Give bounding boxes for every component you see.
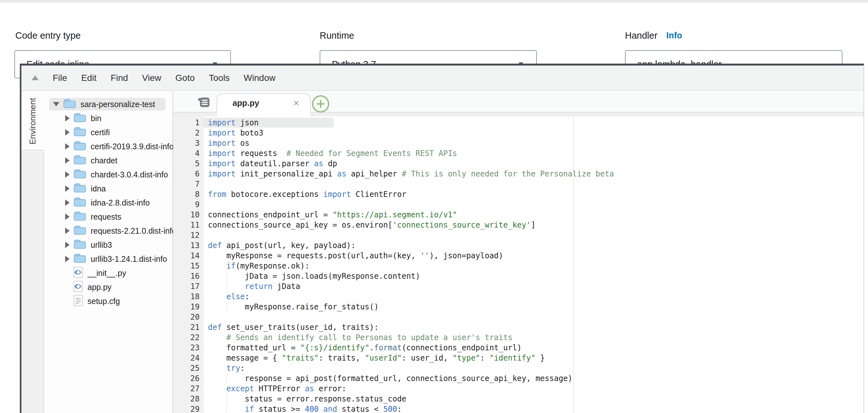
code-line-22: # Sends an identify call to Personas to … xyxy=(208,332,513,343)
menu-tools[interactable]: Tools xyxy=(209,73,229,83)
indent-guide xyxy=(226,404,227,413)
tree-folder-certifi-2019.3.9.dist-info[interactable]: certifi-2019.3.9.dist-info xyxy=(44,139,173,153)
tree-folder-urllib3-1.24.1.dist-info[interactable]: urllib3-1.24.1.dist-info xyxy=(44,252,173,266)
close-tab-icon[interactable]: × xyxy=(293,98,299,108)
line-number: 20 xyxy=(177,312,199,322)
code-line-2: import boto3 xyxy=(208,128,263,138)
line-number: 2 xyxy=(177,128,199,138)
menu-items: FileEditFindViewGotoToolsWindow xyxy=(39,73,276,83)
tree-folder-idna-2.8.dist-info[interactable]: idna-2.8.dist-info xyxy=(44,196,173,210)
tree-folder-urllib3[interactable]: urllib3 xyxy=(44,238,173,252)
editor-menu-bar: FileEditFindViewGotoToolsWindow xyxy=(21,65,864,91)
tree-file-app.py[interactable]: app.py xyxy=(44,280,173,294)
tree-folder-certifi[interactable]: certifi xyxy=(44,125,173,139)
menu-view[interactable]: View xyxy=(142,73,161,83)
chevron-collapsed-icon[interactable] xyxy=(65,256,70,262)
code-line-23: formatted_url = "{:s}/identify".format(c… xyxy=(208,343,522,353)
line-number: 7 xyxy=(177,179,199,189)
handler-info-link[interactable]: Info xyxy=(666,31,682,40)
new-tab-button[interactable] xyxy=(311,94,330,115)
config-file-icon xyxy=(73,295,83,307)
tree-folder-bin[interactable]: bin xyxy=(44,111,173,125)
environment-tab[interactable]: Environment xyxy=(21,91,44,151)
code-line-3: import os xyxy=(208,138,249,148)
tree-folder-requests-2.21.0.dist-info[interactable]: requests-2.21.0.dist-info xyxy=(44,224,173,238)
tree-folder-idna[interactable]: idna xyxy=(44,182,173,196)
line-number: 25 xyxy=(177,363,199,373)
code-editor-area[interactable]: 1234567891011121314151617181920212223242… xyxy=(173,116,864,413)
runtime-label: Runtime xyxy=(320,30,354,41)
sidebar-rail xyxy=(21,151,44,413)
folder-icon xyxy=(73,169,86,180)
code-line-10: connections_endpoint_url = "https://api.… xyxy=(208,210,457,220)
line-number: 23 xyxy=(177,343,199,353)
cloud9-editor-window: FileEditFindViewGotoToolsWindow Environm… xyxy=(20,64,864,413)
tree-item-label: urllib3 xyxy=(91,240,112,249)
tree-item-label: __init__.py xyxy=(88,268,126,278)
chevron-collapsed-icon[interactable] xyxy=(65,143,70,150)
line-number: 28 xyxy=(177,394,199,404)
line-number: 13 xyxy=(177,240,199,250)
folder-icon xyxy=(73,183,86,194)
line-number: 24 xyxy=(177,353,199,363)
chevron-expanded-icon[interactable] xyxy=(53,102,59,107)
folder-icon xyxy=(73,197,86,208)
code-line-17: return jData xyxy=(208,281,300,292)
python-file-icon xyxy=(73,281,83,293)
line-number: 3 xyxy=(177,138,199,148)
code-line-13: def api_post(url, key, payload): xyxy=(208,240,355,250)
folder-icon xyxy=(73,253,86,265)
tree-item-label: chardet-3.0.4.dist-info xyxy=(91,170,168,179)
tree-item-label: sara-personalize-test xyxy=(81,100,155,109)
code-line-1: import json xyxy=(208,118,259,128)
tree-item-label: requests xyxy=(91,212,121,222)
collapse-editor-icon[interactable] xyxy=(32,76,39,80)
line-number: 6 xyxy=(177,169,199,179)
line-number: 17 xyxy=(177,281,199,292)
tree-item-label: idna xyxy=(91,184,106,194)
menu-edit[interactable]: Edit xyxy=(81,73,96,83)
tree-file-__init__.py[interactable]: __init__.py xyxy=(44,266,173,280)
code-line-5: import dateutil.parser as dp xyxy=(208,158,337,169)
menu-find[interactable]: Find xyxy=(111,73,128,83)
chevron-collapsed-icon[interactable] xyxy=(65,242,70,248)
code-entry-type-label: Code entry type xyxy=(15,30,81,41)
tree-item-label: urllib3-1.24.1.dist-info xyxy=(91,255,167,264)
line-number: 15 xyxy=(177,261,199,271)
chevron-collapsed-icon[interactable] xyxy=(65,157,70,164)
chevron-collapsed-icon[interactable] xyxy=(65,185,70,192)
environment-tab-label: Environment xyxy=(28,92,37,150)
menu-window[interactable]: Window xyxy=(244,73,276,83)
folder-icon xyxy=(73,225,86,237)
tree-folder-chardet-3.0.4.dist-info[interactable]: chardet-3.0.4.dist-info xyxy=(44,168,173,182)
line-number: 8 xyxy=(177,189,199,200)
line-number: 4 xyxy=(177,148,199,158)
chevron-collapsed-icon[interactable] xyxy=(65,228,70,234)
chevron-collapsed-icon[interactable] xyxy=(65,129,70,136)
code-line-11: connections_source_api_key = os.environ[… xyxy=(208,220,535,230)
code-line-19: myResponse.raise_for_status() xyxy=(208,302,379,312)
tree-root-sara-personalize-test[interactable]: sara-personalize-test xyxy=(44,97,173,111)
folder-icon xyxy=(73,155,86,166)
tree-item-label: idna-2.8.dist-info xyxy=(91,198,150,207)
file-tree-panel: sara-personalize-testbincertificertifi-2… xyxy=(44,91,173,413)
tree-folder-chardet[interactable]: chardet xyxy=(44,153,173,168)
chevron-collapsed-icon[interactable] xyxy=(65,200,70,206)
chevron-collapsed-icon[interactable] xyxy=(65,171,70,178)
line-number: 5 xyxy=(177,158,199,169)
code-line-15: if(myResponse.ok): xyxy=(208,261,309,271)
tree-file-setup.cfg[interactable]: setup.cfg xyxy=(44,294,173,308)
line-number: 27 xyxy=(177,384,199,394)
indent-guide xyxy=(226,374,227,383)
menu-goto[interactable]: Goto xyxy=(175,73,195,83)
tab-app-py[interactable]: app.py × xyxy=(217,93,311,112)
python-file-icon xyxy=(73,267,83,279)
tree-folder-requests[interactable]: requests xyxy=(44,210,173,224)
lambda-code-editor-screen: Code entry type Edit code inline ▼ Runti… xyxy=(0,0,868,413)
chevron-collapsed-icon[interactable] xyxy=(65,213,70,220)
tab-list-icon[interactable] xyxy=(198,97,211,109)
folder-icon xyxy=(73,211,86,223)
code-line-4: import requests # Needed for Segment Eve… xyxy=(208,148,457,158)
chevron-collapsed-icon[interactable] xyxy=(65,115,70,121)
menu-file[interactable]: File xyxy=(53,73,67,83)
